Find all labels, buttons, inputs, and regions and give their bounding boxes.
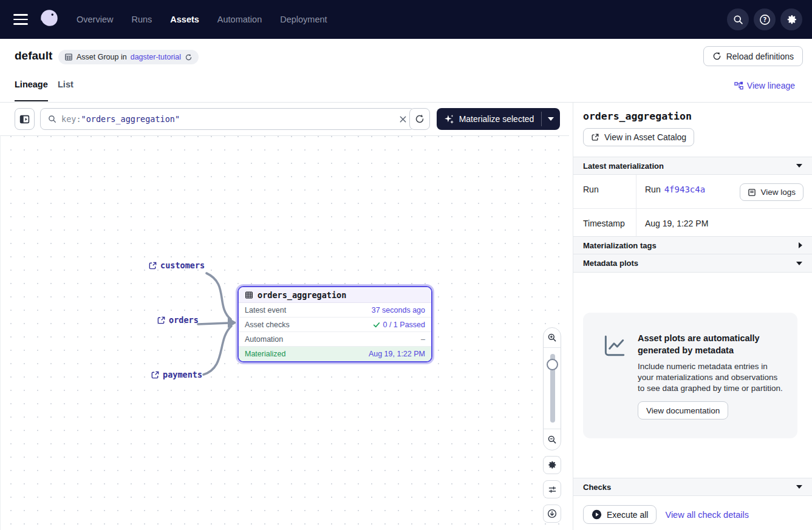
materialize-main[interactable]: Materialize selected [437,108,541,130]
chevron-down-icon [548,117,554,121]
zoom-slider[interactable] [544,348,561,429]
sidebar-toggle-button[interactable] [15,108,35,130]
view-all-check-details-link[interactable]: View all check details [665,510,749,520]
asset-detail-panel: orders_aggregation View in Asset Catalog… [573,103,812,530]
table-icon [64,53,73,61]
chevron-down-icon [796,262,802,265]
nav-item-automation[interactable]: Automation [217,15,262,24]
sliders-icon [548,485,557,494]
chevron-right-icon [799,242,802,248]
lineage-pane: key:"orders_aggregation" Materialize sel… [0,103,569,530]
nav-menu: Overview Runs Assets Automation Deployme… [77,15,327,24]
plots-card-body: Include numeric metadata entries in your… [638,361,783,394]
repo-link[interactable]: dagster-tutorial [131,53,181,61]
chevron-down-icon [796,164,802,168]
lineage-icon [734,81,743,90]
upstream-asset-orders[interactable]: orders [157,315,199,325]
asset-group-badge: Asset Group in dagster-tutorial [58,50,199,64]
external-link-icon [151,370,160,379]
page-header: default Asset Group in dagster-tutorial … [0,39,812,76]
asset-node-title: orders_aggregation [258,290,346,300]
chevron-down-icon [796,485,802,489]
lineage-toolbar: key:"orders_aggregation" Materialize sel… [0,103,569,135]
external-link-icon [591,133,599,141]
top-nav: Overview Runs Assets Automation Deployme… [0,0,812,39]
reload-definitions-button[interactable]: Reload definitions [703,46,803,66]
tab-list[interactable]: List [58,80,73,89]
graph-settings-button[interactable] [543,456,561,474]
tabs-bar: Lineage List View lineage [0,76,812,103]
clear-filter-icon[interactable] [399,115,407,123]
gear-icon[interactable] [780,8,802,30]
asset-node-header: orders_aggregation [239,287,431,303]
refresh-icon [712,52,722,61]
external-link-icon [148,261,157,270]
nav-item-assets[interactable]: Assets [170,15,199,24]
asset-filter-input[interactable]: key:"orders_aggregation" [40,108,415,130]
search-icon[interactable] [727,8,749,30]
nav-item-runs[interactable]: Runs [131,15,152,24]
asset-node-orders-aggregation[interactable]: orders_aggregation Latest event 37 secon… [237,286,432,362]
zoom-controls [543,327,561,450]
nav-actions: ? [727,8,802,30]
upstream-asset-customers[interactable]: customers [148,260,205,270]
nav-item-deployment[interactable]: Deployment [280,15,327,24]
reload-icon[interactable] [185,53,193,61]
graph-filters-button[interactable] [543,480,561,498]
upstream-asset-payments[interactable]: payments [151,370,202,379]
gear-icon [547,460,557,470]
help-icon[interactable]: ? [754,8,776,30]
asset-detail-title: orders_aggregation [583,110,692,122]
nav-item-overview[interactable]: Overview [77,15,113,24]
refresh-graph-button[interactable] [409,108,430,130]
zoom-out-button[interactable] [544,429,561,450]
node-row-materialized: Materialized Aug 19, 1:22 PM [239,347,431,361]
node-row-automation: Automation – [239,332,431,347]
dagster-logo-icon[interactable] [38,8,61,31]
zoom-in-button[interactable] [544,328,561,347]
zoom-slider-handle[interactable] [547,359,558,370]
view-lineage-link[interactable]: View lineage [734,81,795,90]
play-circle-icon [592,509,602,520]
node-row-latest-event: Latest event 37 seconds ago [239,303,431,318]
query-prefix: key: [61,114,81,124]
section-latest-materialization[interactable]: Latest materialization [573,157,812,175]
plots-card-title: Asset plots are automatically generated … [638,332,783,356]
section-checks[interactable]: Checks [573,478,812,496]
detail-sections: Latest materialization Run Run 4f943c4a … [573,157,812,273]
section-metadata-plots[interactable]: Metadata plots [573,254,812,273]
view-logs-button[interactable]: View logs [740,183,803,201]
tab-lineage[interactable]: Lineage [15,80,48,101]
check-icon [373,321,380,328]
timestamp-row: Timestamp Aug 19, 1:22 PM [573,209,812,236]
external-link-icon [157,316,166,325]
sparkle-icon [444,114,454,124]
recenter-button[interactable] [543,505,561,523]
materialize-selected-button: Materialize selected [437,108,560,130]
page-title: default [15,49,52,63]
run-id-link[interactable]: 4f943c4a [664,185,705,194]
section-materialization-tags[interactable]: Materialization tags [573,236,812,254]
section-checks-wrap: Checks [573,478,812,496]
view-in-asset-catalog-button[interactable]: View in Asset Catalog [583,128,694,146]
lineage-canvas[interactable]: customers orders payments orders_aggrega… [0,135,569,530]
panel-icon [19,114,30,124]
chart-line-icon [601,333,627,438]
metadata-plots-empty-card: Asset plots are automatically generated … [583,313,797,438]
run-row: Run Run 4f943c4a View logs [573,175,812,209]
query-value: "orders_aggregation" [81,114,180,124]
logs-icon [748,188,756,197]
node-row-asset-checks: Asset checks 0 / 1 Passed [239,318,431,332]
refresh-icon [415,114,425,124]
view-documentation-button[interactable]: View documentation [638,401,728,420]
menu-icon[interactable] [13,14,28,25]
execute-all-button[interactable]: Execute all [583,505,657,524]
search-icon [48,115,56,123]
table-icon [245,291,253,299]
dagster-app: Overview Runs Assets Automation Deployme… [0,0,812,530]
materialize-dropdown-button[interactable] [542,108,560,130]
arrow-down-circle-icon [547,509,557,518]
zoom-in-icon [547,333,557,342]
checks-actions: Execute all View all check details [583,505,749,524]
svg-text:?: ? [763,16,766,23]
